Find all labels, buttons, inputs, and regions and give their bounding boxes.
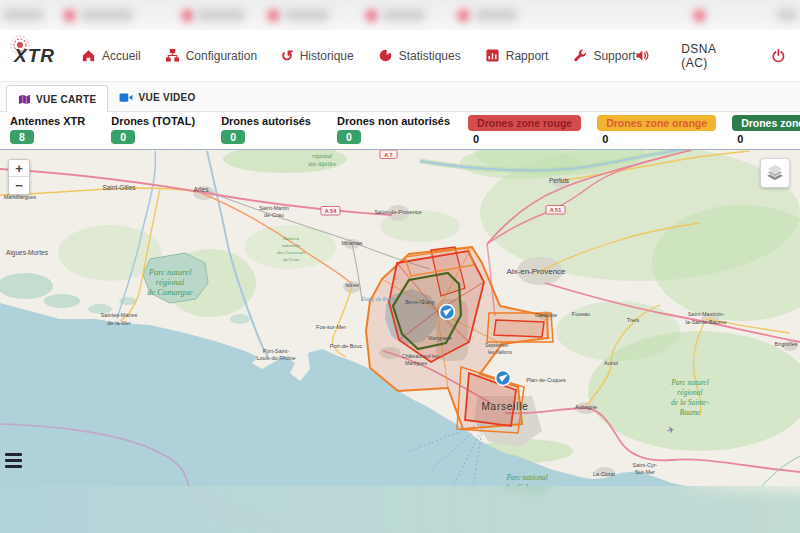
map-label: Saint-Cyr-: [633, 462, 658, 468]
map-label: Auriol: [604, 360, 618, 366]
counter-badge: 8: [10, 130, 34, 144]
map-label: Pertuis: [549, 177, 570, 184]
antenna-marker[interactable]: [440, 305, 455, 320]
map-label: Aix-en-Provence: [506, 267, 566, 276]
tab-vue-carte[interactable]: VUE CARTE: [6, 85, 108, 112]
navbar: XTR Accueil Configuration ↺ Historique: [0, 30, 800, 82]
zone-count: 0: [473, 133, 479, 145]
app-window: XTR Accueil Configuration ↺ Historique: [0, 0, 800, 533]
map-label: régional: [312, 153, 333, 159]
history-icon: ↺: [281, 48, 294, 63]
map-container[interactable]: A 7 A 54 A 51 ✈ Marsillargues Saint-Gill…: [0, 149, 800, 533]
blurred-header-echo: [0, 0, 800, 30]
map-label: Marignane: [428, 335, 452, 341]
map-label: des Alpilles: [308, 161, 336, 167]
map-zoom-control: + −: [8, 159, 30, 195]
layers-button[interactable]: [760, 158, 790, 188]
map-label: régional: [677, 388, 702, 397]
map-label: Berre-l'Étang: [405, 299, 434, 305]
map-label: Réserve: [282, 236, 300, 241]
map-canvas[interactable]: A 7 A 54 A 51 ✈ Marsillargues Saint-Gill…: [0, 149, 800, 533]
map-label: Saint-Maximin-: [688, 311, 725, 317]
power-icon[interactable]: [771, 48, 786, 64]
tab-label: VUE VIDEO: [138, 92, 195, 103]
map-label: Miramas: [341, 240, 362, 246]
counter-drones-total: Drones (TOTAL) 0: [111, 115, 195, 144]
menu-item-configuration[interactable]: Configuration: [165, 48, 257, 63]
map-label: Salon-de-Provence: [374, 209, 421, 215]
counter-drones-non-autorises: Drones non autorisés 0: [337, 115, 450, 144]
map-label: La Ciotat: [593, 471, 615, 477]
map-label: Arles: [194, 186, 210, 193]
navbar-right: DSNA (AC): [635, 42, 786, 70]
menu-label: Accueil: [102, 49, 141, 63]
tab-vue-video[interactable]: VUE VIDEO: [108, 84, 206, 111]
xtr-logo[interactable]: XTR: [14, 45, 55, 67]
map-label: Martigues: [405, 360, 427, 366]
map-label: Port-de-Bouc: [330, 343, 363, 349]
map-label: Istres: [345, 282, 359, 288]
map-label: Étang de Berre: [361, 296, 395, 302]
map-label: Parc national: [505, 473, 547, 482]
map-icon: [18, 93, 31, 105]
map-label: de-Crau: [264, 212, 284, 218]
map-label: Baume: [680, 408, 701, 417]
stats-bar: Antennes XTR 8 Drones (TOTAL) 0 Drones a…: [0, 112, 800, 149]
map-label: régional: [156, 277, 185, 287]
counter-drones-autorises: Drones autorisés 0: [221, 115, 311, 144]
map-label: des Coussouls: [277, 250, 306, 255]
map-label: les Vallons: [488, 349, 512, 355]
zone-rouge: Drones zone rouge 0: [468, 115, 581, 145]
map-label: Fos-sur-Mer: [316, 324, 346, 330]
map-label: Aigues-Mortes: [6, 249, 49, 257]
menu-item-statistiques[interactable]: Statistiques: [378, 48, 461, 63]
counter-label: Drones non autorisés: [337, 115, 450, 127]
zone-orange: Drones zone orange 0: [597, 115, 716, 145]
counter-label: Drones autorisés: [221, 115, 311, 127]
counter-label: Drones (TOTAL): [111, 115, 195, 127]
home-icon: [81, 48, 96, 63]
map-label: Châteauneuf-les-: [402, 353, 441, 359]
map-label: Saint-Gilles: [102, 184, 136, 191]
menu-label: Statistiques: [399, 49, 461, 63]
zone-count: 0: [737, 133, 743, 145]
map-label: Aubagne: [575, 404, 597, 410]
counter-antennes: Antennes XTR 8: [10, 115, 85, 144]
sitemap-icon: [165, 48, 180, 63]
zone-verte: Drones zone verte 0: [732, 115, 800, 145]
map-label: de-la-Mer: [107, 320, 131, 326]
menu-label: Historique: [300, 49, 354, 63]
map-label: Plan-de-Cuques: [526, 377, 566, 383]
map-label: Sur-Mer: [635, 469, 655, 475]
map-label: naturelle: [282, 243, 301, 248]
video-icon: [119, 92, 133, 103]
user-label[interactable]: DSNA (AC): [681, 42, 741, 70]
menu-item-rapport[interactable]: Rapport: [485, 48, 549, 63]
speaker-icon[interactable]: [635, 48, 651, 63]
counter-badge: 0: [337, 130, 361, 144]
map-label: Trets: [627, 317, 640, 323]
map-label: Port-Saint-: [263, 348, 289, 354]
menu-label: Support: [593, 49, 635, 63]
zoom-out-button[interactable]: −: [9, 177, 29, 194]
wrench-icon: [572, 48, 587, 63]
menu-item-accueil[interactable]: Accueil: [81, 48, 141, 63]
map-label: Louis-du-Rhône: [256, 355, 295, 361]
menu-label: Rapport: [506, 49, 549, 63]
route-shield: A 7: [384, 152, 392, 158]
menu-item-support[interactable]: Support: [572, 48, 635, 63]
zone-pill: Drones zone rouge: [468, 115, 581, 131]
map-label: de la Sainte-: [671, 398, 709, 407]
map-label: Septèmes-: [485, 342, 510, 348]
map-label: Parc naturel: [670, 378, 709, 387]
menu-label: Configuration: [186, 49, 257, 63]
antenna-marker[interactable]: [496, 371, 511, 386]
map-label: Saint-Martin: [259, 205, 289, 211]
zoom-in-button[interactable]: +: [9, 160, 29, 177]
map-label: Fuveau: [572, 311, 590, 317]
hamburger-menu-icon[interactable]: [5, 453, 22, 471]
counter-label: Antennes XTR: [10, 115, 85, 127]
map-label: la-Sainte-Baume: [686, 319, 727, 325]
menu-item-historique[interactable]: ↺ Historique: [281, 48, 354, 63]
map-label: Marseille: [481, 401, 528, 412]
